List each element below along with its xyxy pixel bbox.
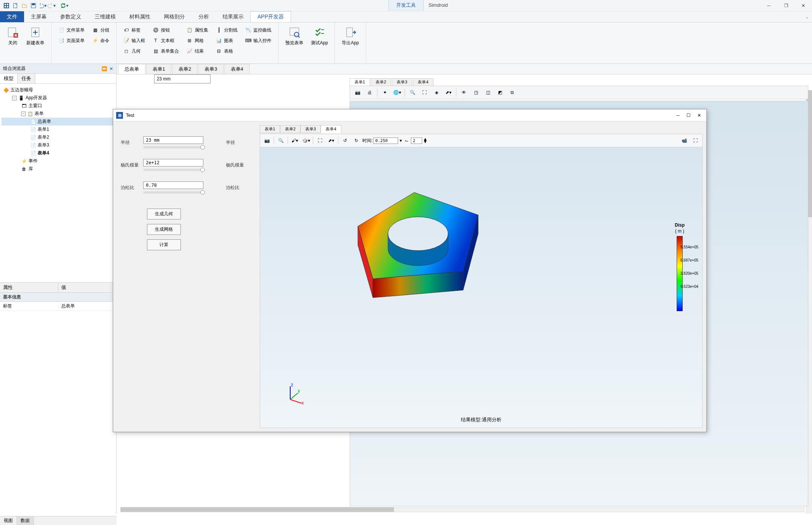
fit-icon[interactable]: ⛶ — [419, 87, 430, 98]
test-maximize-icon[interactable]: ☐ — [686, 113, 691, 118]
bg-radius-input[interactable] — [154, 74, 211, 83]
youngs-input[interactable] — [143, 159, 203, 166]
tree-root[interactable]: 🔶五边形螺母 — [2, 86, 115, 94]
mesh-button[interactable]: ⊞网格 — [185, 36, 210, 45]
ribbon-tab[interactable]: 网格剖分 — [157, 11, 192, 22]
undo-icon[interactable]: ▾ — [38, 2, 47, 10]
close-icon[interactable]: ✕ — [795, 0, 812, 11]
poisson-slider[interactable] — [143, 191, 203, 194]
new-icon[interactable] — [11, 2, 20, 10]
ribbon-tab[interactable]: 主屏幕 — [24, 11, 53, 22]
test-inner-tab[interactable]: 表单4 — [321, 125, 341, 133]
calc-button[interactable]: 计算 — [147, 239, 181, 250]
ribbon-tab[interactable]: 参数定义 — [53, 11, 88, 22]
view-tab[interactable]: 视图 — [0, 516, 17, 525]
gen-mesh-button[interactable]: 生成网格 — [147, 224, 181, 235]
ribbon-tab[interactable]: 分析 — [192, 11, 216, 22]
test-inner-tab[interactable]: 表单2 — [280, 125, 300, 133]
test-titlebar[interactable]: ▦ Test ─ ☐ ✕ — [113, 109, 706, 121]
wireframe-icon[interactable]: ◫ — [483, 87, 493, 98]
tree-form-item[interactable]: 📄表单3 — [2, 141, 115, 149]
tree-form-item[interactable]: 📄表单4 — [2, 149, 115, 157]
zoom-icon[interactable]: 🔍 — [276, 135, 286, 146]
label-button[interactable]: 🏷标签 — [122, 26, 147, 35]
file-menu-button[interactable]: 📄文件菜单 — [57, 26, 86, 35]
rotate-right-icon[interactable]: ↻ — [351, 135, 362, 146]
tree-forms[interactable]: −📋表单 — [2, 110, 115, 118]
center-tab[interactable]: 表单1 — [146, 64, 171, 74]
file-tab[interactable]: 文件 — [0, 11, 24, 22]
step-input[interactable] — [411, 138, 422, 144]
prop-value[interactable]: 总表单 — [58, 302, 117, 310]
section-icon[interactable]: ◩ — [495, 87, 505, 98]
eye-icon[interactable]: 👁 — [459, 87, 469, 98]
dev-tool-tab[interactable]: 开发工具 — [388, 0, 424, 11]
model-tab[interactable]: 模型 — [0, 74, 18, 83]
globe-icon[interactable]: 🌐▾ — [392, 87, 402, 98]
inner-tab[interactable]: 表单4 — [413, 78, 433, 86]
maximize-icon[interactable]: ❐ — [777, 0, 795, 11]
page-menu-button[interactable]: 📑页面菜单 — [57, 36, 86, 45]
test-minimize-icon[interactable]: ─ — [676, 113, 680, 118]
fullscreen-icon[interactable]: ⛶ — [690, 135, 701, 146]
command-button[interactable]: ⚡命令 — [91, 36, 111, 45]
youngs-slider[interactable] — [143, 169, 203, 171]
inner-tab[interactable]: 表单3 — [392, 78, 412, 86]
fit-icon[interactable]: ⛶ — [315, 135, 325, 146]
test-close-icon[interactable]: ✕ — [697, 113, 701, 118]
data-tab[interactable]: 数据 — [17, 516, 34, 525]
split-line-button[interactable]: ┃分割线 — [214, 26, 239, 35]
gen-geom-button[interactable]: 生成几何 — [147, 209, 181, 219]
tree-form-item[interactable]: 📄表单2 — [2, 133, 115, 141]
axes-icon[interactable]: ✦ — [380, 87, 390, 98]
tree-main-window[interactable]: 🗔主窗口 — [2, 102, 115, 110]
collapse-icon[interactable]: − — [21, 112, 26, 116]
task-tab[interactable]: 任务 — [18, 74, 35, 83]
test-inner-tab[interactable]: 表单3 — [300, 125, 321, 133]
ribbon-expand-icon[interactable]: ⌄ — [805, 14, 809, 20]
center-tab[interactable]: 表单2 — [172, 64, 197, 74]
button-button[interactable]: 🔘按钮 — [151, 26, 180, 35]
ribbon-tab[interactable]: 结果展示 — [216, 11, 250, 22]
h-scrollbar[interactable] — [120, 507, 804, 512]
camera-icon[interactable]: 📷 — [262, 135, 272, 146]
open-icon[interactable] — [20, 2, 29, 10]
time-input[interactable] — [373, 138, 398, 144]
redo-icon[interactable]: ▾ — [47, 2, 56, 10]
tree-form-item[interactable]: 📄表单1 — [2, 126, 115, 133]
rotate-left-icon[interactable]: ↺ — [340, 135, 350, 146]
preview-form-button[interactable]: 预览表单 — [282, 24, 307, 48]
minimize-icon[interactable]: ─ — [760, 0, 777, 11]
prop-set-button[interactable]: 📋属性集 — [185, 26, 210, 35]
result-button[interactable]: 📈结果 — [185, 47, 210, 56]
monitor-curve-button[interactable]: 📉监控曲线 — [244, 26, 273, 35]
cube-icon[interactable]: ◳ — [471, 87, 481, 98]
app-icon[interactable] — [2, 2, 11, 10]
save-icon[interactable] — [29, 2, 38, 10]
tree-form-item[interactable]: 📄总表单 — [2, 118, 115, 126]
test-app-button[interactable]: 测试App — [307, 24, 332, 48]
chart-button[interactable]: 📊图表 — [214, 36, 239, 45]
center-tab[interactable]: 表单3 — [198, 64, 223, 74]
zoom-window-icon[interactable]: 🔍 — [407, 87, 418, 98]
input-box-button[interactable]: 📝输入框 — [122, 36, 147, 45]
print-icon[interactable]: 🖨 — [364, 87, 375, 98]
table-button[interactable]: ⊟表格 — [214, 47, 239, 56]
radius-slider[interactable] — [143, 146, 203, 148]
input-ctrl-button[interactable]: ⌨输入控件 — [244, 36, 273, 45]
export-app-button[interactable]: 导出App — [338, 24, 362, 48]
brush-icon[interactable]: 🖌▾ — [289, 135, 300, 146]
rotate-icon[interactable]: ◈ — [431, 87, 442, 98]
geometry-button[interactable]: ◻几何 — [122, 47, 147, 56]
camera-icon[interactable]: 📷 — [352, 87, 363, 98]
ribbon-tab[interactable]: 材料属性 — [123, 11, 157, 22]
group-button[interactable]: ▦分组 — [91, 26, 111, 35]
video-icon[interactable]: 📹 — [679, 135, 689, 146]
collapse-icon[interactable]: − — [12, 96, 17, 100]
coord-icon[interactable]: ⬈▾ — [443, 87, 454, 98]
inner-tab[interactable]: 表单1 — [350, 78, 370, 86]
center-tab[interactable]: 表单4 — [224, 64, 250, 74]
center-tab[interactable]: 总表单 — [118, 64, 145, 74]
panel-close-icon[interactable]: ✕ — [109, 66, 113, 71]
ribbon-tab-active[interactable]: APP开发器 — [250, 11, 291, 22]
